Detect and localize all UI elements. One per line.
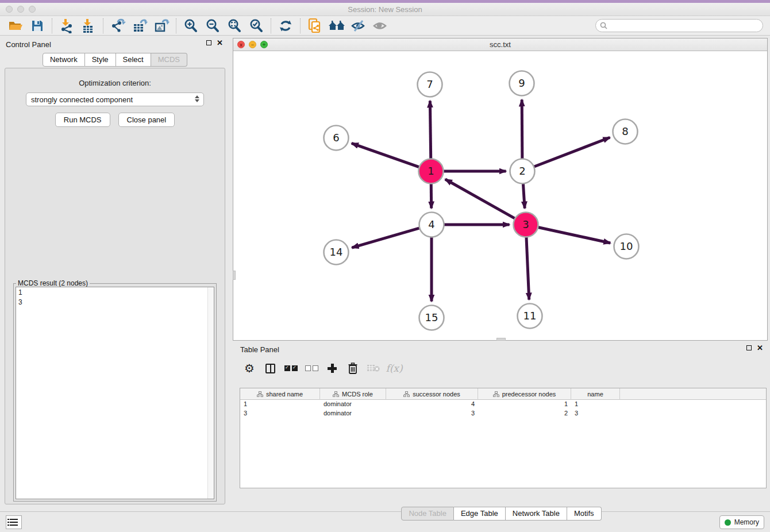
search-field[interactable]: [595, 19, 763, 32]
task-history-button[interactable]: [6, 515, 22, 529]
columns-icon: [265, 364, 275, 373]
node-10[interactable]: 10: [614, 234, 639, 259]
delete-table-button[interactable]: [366, 361, 381, 376]
table-cell[interactable]: 1: [240, 400, 320, 409]
tab-node-table[interactable]: Node Table: [401, 507, 454, 521]
vertical-splitter-grip[interactable]: [233, 271, 236, 280]
edge-1-7[interactable]: [430, 101, 430, 159]
float-table-panel-icon[interactable]: [746, 345, 752, 350]
edge-2-9[interactable]: [522, 99, 522, 159]
edge-3-10[interactable]: [538, 228, 610, 243]
tab-edge-table[interactable]: Edge Table: [454, 507, 506, 521]
network-window-title: scc.txt: [233, 40, 767, 49]
close-table-panel-icon[interactable]: ✕: [757, 345, 763, 350]
duplicate-network-icon: [307, 18, 322, 34]
result-scrollbar[interactable]: [207, 287, 214, 499]
delete-column-button[interactable]: [345, 361, 360, 376]
close-panel-icon[interactable]: ✕: [217, 40, 223, 45]
node-7[interactable]: 7: [418, 72, 442, 97]
node-3[interactable]: 3: [514, 213, 538, 237]
float-panel-icon[interactable]: [206, 40, 211, 45]
show-column-button[interactable]: [263, 361, 278, 376]
deselect-all-rows-button[interactable]: [304, 361, 319, 376]
tab-motifs[interactable]: Motifs: [567, 507, 602, 521]
column-header-name[interactable]: name: [571, 388, 620, 400]
node-6[interactable]: 6: [324, 126, 349, 151]
hide-graphics-details-button[interactable]: [350, 17, 367, 34]
node-15[interactable]: 15: [419, 306, 444, 330]
mcds-result-list[interactable]: 1 3: [16, 287, 214, 499]
zoom-out-button[interactable]: [204, 17, 221, 34]
node-4[interactable]: 4: [419, 213, 444, 237]
node-11[interactable]: 11: [518, 304, 542, 329]
network-canvas[interactable]: 7968124314101511: [233, 51, 767, 340]
save-session-button[interactable]: [29, 17, 46, 34]
node-label: 10: [620, 240, 633, 252]
open-session-button[interactable]: [7, 17, 24, 34]
edge-1-6[interactable]: [352, 143, 419, 167]
table-cell[interactable]: 1: [571, 400, 620, 409]
run-mcds-button[interactable]: Run MCDS: [55, 113, 110, 127]
duplicate-network-button[interactable]: [306, 17, 324, 34]
fx-icon: f(x): [386, 363, 402, 374]
export-network-button[interactable]: [109, 17, 126, 34]
tab-select[interactable]: Select: [116, 53, 151, 67]
table-cell[interactable]: 3: [386, 409, 478, 418]
import-network-button[interactable]: [58, 17, 75, 34]
table-cell[interactable]: 3: [571, 409, 620, 418]
node-9[interactable]: 9: [510, 71, 534, 96]
tab-network-table[interactable]: Network Table: [506, 507, 567, 521]
column-header-predecessor-nodes[interactable]: predecessor nodes: [478, 388, 571, 400]
table-cell[interactable]: 1: [478, 400, 571, 409]
column-header-shared-name[interactable]: shared name: [240, 388, 320, 400]
table-cell[interactable]: dominator: [320, 400, 386, 409]
edge-2-8[interactable]: [534, 137, 610, 167]
zoom-fit-icon: [227, 18, 242, 33]
add-column-button[interactable]: [325, 361, 340, 376]
zoom-in-icon: [183, 18, 198, 33]
network-window-titlebar[interactable]: x − + scc.txt: [233, 38, 767, 51]
table-cell[interactable]: 4: [386, 400, 478, 409]
node-2[interactable]: 2: [510, 159, 535, 184]
table-row[interactable]: 3dominator323: [240, 409, 766, 418]
zoom-in-button[interactable]: [182, 17, 199, 34]
edge-4-14[interactable]: [352, 228, 419, 248]
table-row[interactable]: 1dominator411: [240, 400, 766, 409]
node-table[interactable]: shared nameMCDS rolesuccessor nodesprede…: [240, 388, 767, 488]
node-8[interactable]: 8: [613, 119, 638, 144]
search-input[interactable]: [610, 22, 753, 30]
table-settings-button[interactable]: ⚙: [242, 361, 257, 376]
tab-mcds[interactable]: MCDS: [151, 53, 187, 67]
zoom-fit-button[interactable]: [226, 17, 243, 34]
import-table-button[interactable]: [80, 17, 97, 34]
home-button[interactable]: [328, 17, 345, 34]
trash-icon: [347, 362, 359, 375]
column-header-successor-nodes[interactable]: successor nodes: [386, 388, 478, 400]
export-image-button[interactable]: [153, 17, 170, 34]
network-graph[interactable]: 7968124314101511: [233, 51, 767, 340]
table-cell[interactable]: dominator: [320, 409, 386, 418]
edge-3-11[interactable]: [526, 237, 529, 299]
node-1[interactable]: 1: [419, 159, 444, 184]
edge-2-3[interactable]: [523, 183, 525, 208]
node-14[interactable]: 14: [324, 240, 349, 265]
app-titlebar: Session: New Session: [0, 3, 770, 16]
zoom-selected-button[interactable]: [248, 17, 265, 34]
criterion-select[interactable]: strongly connected component: [26, 92, 204, 106]
hierarchy-icon: [403, 391, 410, 397]
table-cell[interactable]: 3: [240, 409, 320, 418]
tab-style[interactable]: Style: [85, 53, 116, 67]
mcds-result-title: MCDS result (2 nodes): [16, 279, 90, 287]
column-header-MCDS-role[interactable]: MCDS role: [320, 388, 386, 400]
show-graphics-details-button[interactable]: [372, 17, 389, 34]
close-panel-button[interactable]: Close panel: [118, 113, 175, 127]
table-cell[interactable]: 2: [478, 409, 571, 418]
refresh-button[interactable]: [277, 17, 294, 34]
export-table-button[interactable]: [131, 17, 148, 34]
zoom-selected-icon: [249, 18, 264, 33]
function-builder-button[interactable]: f(x): [387, 361, 402, 376]
node-label: 8: [622, 125, 628, 137]
edge-3-1[interactable]: [445, 179, 515, 218]
tab-network[interactable]: Network: [43, 53, 85, 67]
select-all-rows-button[interactable]: [283, 361, 298, 376]
